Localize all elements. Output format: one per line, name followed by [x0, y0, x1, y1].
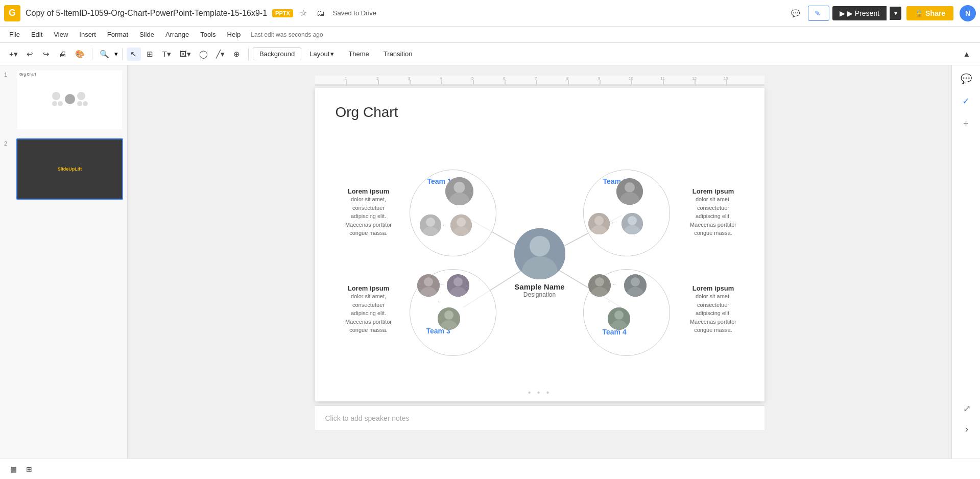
- divider2: [122, 48, 123, 60]
- lorem4-body: dolor sit amet, consectetuer adipiscing …: [673, 292, 754, 334]
- menu-edit[interactable]: Edit: [26, 29, 47, 40]
- comment-tb-btn[interactable]: ⊕: [230, 47, 244, 61]
- user-avatar: N: [960, 5, 976, 21]
- center-name: Sample Name: [514, 282, 564, 291]
- format-paint-btn[interactable]: 🎨: [72, 47, 88, 61]
- team4-arrow2: ↓: [608, 297, 611, 303]
- edit-icon: ✎: [815, 9, 821, 17]
- menu-bar: File Edit View Insert Format Slide Arran…: [0, 27, 980, 43]
- zoom-out-btn[interactable]: 🔍: [97, 47, 112, 61]
- undo-btn[interactable]: ↩: [23, 47, 37, 61]
- layout-btn[interactable]: Layout ▾: [303, 48, 340, 60]
- team3-arrow2: ↓: [438, 297, 441, 303]
- lorem-block-2: Lorem ipsum dolor sit amet, consectetuer…: [673, 187, 754, 237]
- svg-point-44: [625, 182, 635, 193]
- zoom-level: ▾: [114, 50, 118, 58]
- team2-main-avatar: [616, 178, 643, 205]
- grid-view-btn[interactable]: ▦: [6, 463, 21, 475]
- team2-arrow: ←: [611, 220, 616, 226]
- present-label: ▶ Present: [847, 9, 879, 17]
- present-button[interactable]: ▶ ▶ Present: [832, 6, 887, 20]
- sidebar-circle-check-btn[interactable]: ✓: [957, 92, 975, 110]
- collapse-toolbar-btn[interactable]: ▲: [960, 47, 974, 60]
- svg-text:8: 8: [566, 76, 569, 81]
- svg-point-35: [453, 182, 465, 193]
- print-btn[interactable]: 🖨: [56, 47, 70, 60]
- divider1: [92, 48, 92, 60]
- slide-editor: 1 2 3 4 5 6 7 8 9: [128, 65, 951, 479]
- line-btn[interactable]: ╱▾: [213, 47, 228, 61]
- edit-button[interactable]: ✎: [808, 6, 829, 21]
- select-btn[interactable]: ↖: [127, 47, 141, 61]
- horizontal-ruler: 1 2 3 4 5 6 7 8 9: [315, 76, 764, 86]
- menu-tools[interactable]: Tools: [195, 29, 221, 40]
- drive-button[interactable]: 🗂: [314, 6, 328, 20]
- shapes-btn[interactable]: ◯: [196, 47, 211, 61]
- team4-sub-avatar3: [608, 307, 630, 330]
- svg-text:2: 2: [376, 76, 379, 81]
- slide-thumb-2[interactable]: 2 SlideUpLift: [0, 134, 127, 203]
- slide-bottom-dots: • • •: [315, 384, 764, 401]
- transition-btn[interactable]: Transition: [377, 48, 419, 60]
- svg-text:5: 5: [471, 76, 474, 81]
- team1-arrow: ←: [442, 222, 448, 228]
- speaker-notes[interactable]: Click to add speaker notes: [315, 405, 764, 430]
- right-sidebar: 💬 ✓ + ⤢ ›: [951, 65, 980, 479]
- redo-btn[interactable]: ↪: [39, 47, 54, 61]
- add-slide-tb-btn[interactable]: +▾: [6, 47, 21, 61]
- top-bar: G Copy of 5-ItemID-1059-Org-Chart-PowerP…: [0, 0, 980, 27]
- svg-point-53: [424, 277, 433, 286]
- svg-point-32: [530, 236, 550, 256]
- lorem1-title: Lorem ipsum: [330, 187, 407, 195]
- svg-point-62: [595, 277, 604, 286]
- svg-point-50: [628, 216, 637, 225]
- sidebar-expand-btn[interactable]: ⤢: [958, 399, 976, 418]
- present-dropdown[interactable]: ▾: [890, 7, 901, 20]
- svg-point-68: [614, 310, 624, 320]
- team4-sub-avatar1: [588, 274, 611, 297]
- background-btn[interactable]: Background: [253, 47, 301, 60]
- lorem-block-4: Lorem ipsum dolor sit amet, consectetuer…: [673, 284, 754, 334]
- menu-slide[interactable]: Slide: [134, 29, 159, 40]
- menu-view[interactable]: View: [49, 29, 73, 40]
- menu-help[interactable]: Help: [222, 29, 246, 40]
- sidebar-arrow-btn[interactable]: ›: [958, 420, 976, 438]
- svg-point-56: [453, 277, 463, 286]
- menu-format[interactable]: Format: [102, 29, 133, 40]
- lorem1-body: dolor sit amet, consectetuer adipiscing …: [330, 195, 407, 237]
- comment-button[interactable]: 💬: [786, 6, 805, 20]
- slide-preview-2: SlideUpLift: [16, 138, 123, 199]
- team2-sub-avatar2: [622, 213, 643, 234]
- text-btn[interactable]: T▾: [159, 47, 174, 61]
- layout-chevron: ▾: [330, 50, 334, 58]
- speaker-notes-placeholder: Click to add speaker notes: [325, 414, 410, 422]
- menu-file[interactable]: File: [4, 29, 25, 40]
- menu-arrange[interactable]: Arrange: [160, 29, 194, 40]
- sidebar-chat-btn[interactable]: 💬: [957, 69, 975, 88]
- share-button[interactable]: 🔒 Share: [906, 6, 953, 20]
- lorem-block-3: Lorem ipsum dolor sit amet, consectetuer…: [330, 284, 407, 334]
- lorem3-body: dolor sit amet, consectetuer adipiscing …: [330, 292, 407, 334]
- bottom-bar: ▦ ⊞: [0, 459, 980, 479]
- team1-sub-avatar2: [450, 214, 472, 236]
- slide-thumb-1[interactable]: 1 Org Chart: [0, 65, 127, 134]
- theme-btn[interactable]: Theme: [342, 48, 375, 60]
- menu-insert[interactable]: Insert: [74, 29, 101, 40]
- star-button[interactable]: ☆: [296, 6, 310, 20]
- slide-title: Org Chart: [315, 88, 764, 129]
- slide-view-buttons: ▦ ⊞: [6, 463, 36, 475]
- image-btn[interactable]: 🖼▾: [176, 47, 194, 61]
- filmstrip-view-btn[interactable]: ⊞: [22, 463, 36, 475]
- saved-status: Saved to Drive: [333, 9, 376, 17]
- center-designation: Designation: [523, 291, 556, 298]
- slide-container[interactable]: Org Chart: [315, 88, 764, 401]
- lorem-block-1: Lorem ipsum dolor sit amet, consectetuer…: [330, 187, 407, 237]
- sidebar-add-btn[interactable]: +: [957, 114, 975, 133]
- svg-point-38: [426, 218, 435, 227]
- slide-panel: 1 Org Chart: [0, 65, 128, 479]
- move-btn[interactable]: ⊞: [143, 47, 157, 61]
- doc-title: Copy of 5-ItemID-1059-Org-Chart-PowerPoi…: [26, 9, 267, 18]
- pptx-badge: PPTX: [272, 9, 293, 17]
- team4-arrow1: ←: [612, 281, 617, 287]
- svg-text:1: 1: [345, 76, 347, 81]
